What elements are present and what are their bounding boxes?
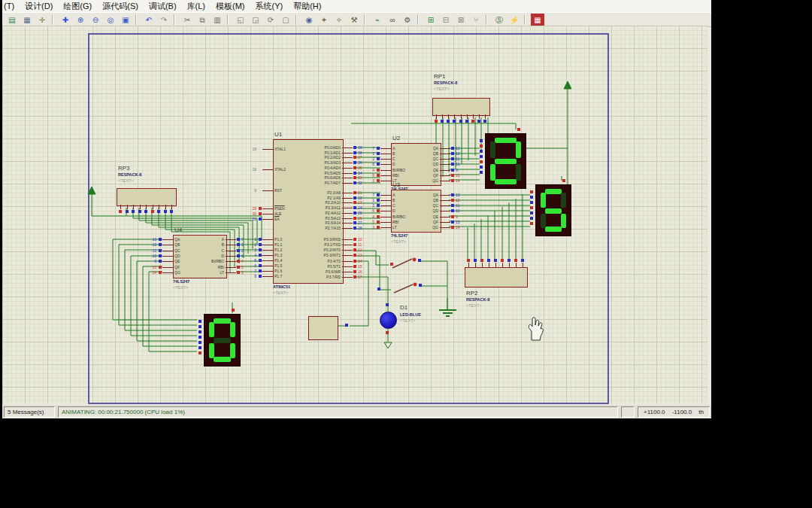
display-pin-indicator [198, 336, 201, 339]
bill-of-materials-icon[interactable]: Ⓢ [492, 14, 506, 26]
search-tag-icon[interactable]: ∞ [386, 14, 399, 26]
menu-item-8[interactable]: 帮助(H) [288, 0, 326, 12]
pin-state-indicator [494, 259, 497, 262]
toolbar-separator [364, 14, 365, 25]
undo-icon[interactable]: ↶ [142, 14, 156, 26]
wires-layer[interactable] [2, 26, 707, 404]
menu-item-7[interactable]: 系统(Y) [250, 0, 289, 12]
pin-state-indicator [377, 226, 380, 229]
coord-y: -1100.0 [672, 409, 692, 415]
pin-state-indicator [501, 259, 504, 262]
pin-state-indicator [259, 259, 262, 262]
pin-number: 9 [143, 260, 156, 263]
pin-state-indicator [159, 249, 162, 252]
pin [440, 195, 450, 196]
decompose-icon[interactable]: ⚒ [347, 14, 361, 26]
pin-name: B [194, 243, 224, 247]
pin-name: RBI [392, 174, 398, 178]
pick-parts-icon[interactable]: ◉ [302, 14, 316, 26]
pin-state-indicator [377, 163, 380, 166]
zoom-all-icon[interactable]: ◎ [104, 14, 117, 26]
redo-icon[interactable]: ↷ [157, 14, 171, 26]
pin-number: 15 [456, 221, 469, 224]
ref-label-u1: U1 [274, 131, 282, 138]
menu-item-5[interactable]: 库(L) [182, 0, 211, 12]
component-rp1[interactable] [432, 98, 490, 116]
display-pin-indicator [480, 166, 483, 169]
pin [262, 266, 273, 266]
origin-icon[interactable]: ✛ [35, 14, 49, 26]
ref-label-u2: U2 [392, 135, 400, 141]
menu-item-1[interactable]: 设计(D) [20, 0, 58, 12]
goto-sheet-icon[interactable]: ⑂ [469, 14, 483, 26]
make-device-icon[interactable]: ✦ [317, 14, 331, 26]
pin-name: P3.7/RD [311, 275, 341, 279]
pin-number: 4 [361, 169, 374, 172]
component-display-2[interactable] [485, 133, 526, 189]
pin-state-indicator [477, 120, 480, 123]
property-assignment-icon[interactable]: ⚙ [401, 14, 414, 26]
block-rotate-icon[interactable]: ⟳ [264, 14, 277, 26]
pin-state-indicator [435, 120, 438, 123]
pin [262, 169, 273, 170]
pin [127, 205, 128, 209]
new-design-icon[interactable]: ▤ [5, 14, 19, 26]
pin-state-indicator [353, 156, 356, 159]
paste-icon[interactable]: ▥ [211, 14, 224, 26]
block-move-icon[interactable]: ◲ [249, 14, 262, 26]
pin-state-indicator [377, 193, 380, 196]
menu-item-2[interactable]: 绘图(G) [58, 0, 97, 12]
segment-g [214, 338, 231, 343]
zoom-out-icon[interactable]: ⊖ [89, 14, 102, 26]
pin-state-indicator [377, 152, 380, 155]
menu-item-6[interactable]: 模板(M) [211, 0, 250, 12]
electrical-check-icon[interactable]: ⚡ [508, 14, 521, 26]
message-count-panel[interactable]: 5 Message(s) [4, 406, 55, 418]
component-display-5[interactable] [535, 184, 571, 236]
zoom-area-icon[interactable]: ▣ [119, 14, 132, 26]
zoom-in-icon[interactable]: ⊕ [74, 14, 87, 26]
block-copy-icon[interactable]: ◱ [234, 14, 247, 26]
ref-label-rp1: RP1 [434, 73, 446, 80]
exit-sheet-icon[interactable]: ⊠ [454, 14, 468, 26]
menu-item-0[interactable]: (T) [2, 0, 20, 12]
component-rp3[interactable] [117, 188, 177, 206]
copy-icon[interactable]: ⧉ [195, 14, 209, 26]
component-rp2[interactable] [465, 267, 528, 287]
pin [448, 114, 449, 119]
menu-item-3[interactable]: 源代码(S) [97, 0, 144, 12]
packaging-tool-icon[interactable]: ✧ [332, 14, 346, 26]
block-delete-icon[interactable]: ▢ [279, 14, 292, 26]
remove-sheet-icon[interactable]: ⊟ [439, 14, 453, 26]
pin [523, 263, 523, 267]
component-display-0[interactable] [204, 314, 241, 367]
cut-icon[interactable]: ✂ [180, 14, 194, 26]
pin-number: 13 [456, 193, 469, 197]
pin [262, 276, 273, 277]
display-pin-indicator [480, 171, 483, 174]
pin [509, 263, 510, 267]
pin-state-indicator [441, 120, 444, 123]
pin-name: QF [408, 221, 438, 224]
pin-name: B [392, 199, 395, 202]
netlist-to-ares-icon[interactable]: ▦ [531, 14, 544, 26]
pin-state-indicator [237, 254, 240, 257]
pin-state-indicator [237, 260, 240, 263]
pin-number: 15 [143, 266, 156, 269]
pin [262, 239, 273, 240]
schematic-canvas[interactable]: U1AT89C51<TEXT>19XTAL118XTAL29RST29PSEN3… [2, 26, 707, 404]
pin-state-indicator [377, 174, 380, 177]
pin-name: QG [408, 226, 438, 230]
pin [380, 154, 391, 154]
pin-state-indicator [159, 243, 162, 246]
wire-autorouter-icon[interactable]: ⌁ [371, 14, 384, 26]
component-d1[interactable] [380, 312, 397, 329]
toolbar-separator [524, 14, 526, 25]
pin-state-indicator [353, 211, 356, 214]
new-sheet-icon[interactable]: ⊞ [424, 14, 438, 26]
menu-item-4[interactable]: 调试(B) [144, 0, 182, 12]
pulse-generator[interactable] [308, 316, 338, 340]
grid-toggle-icon[interactable]: ▦ [20, 14, 34, 26]
pin-state-indicator [465, 120, 468, 123]
pan-icon[interactable]: ✚ [59, 14, 72, 26]
